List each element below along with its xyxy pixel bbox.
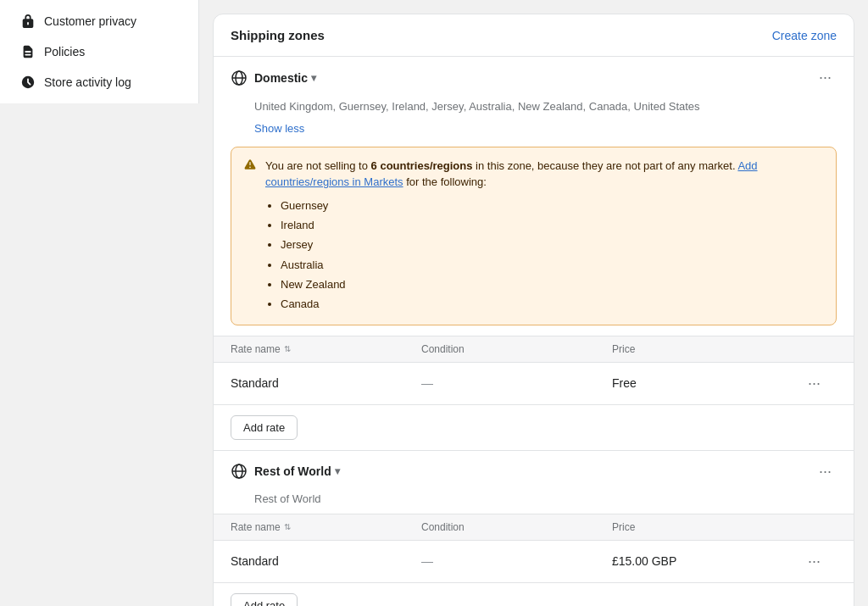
- sidebar-item-customer-privacy[interactable]: Customer privacy: [7, 7, 192, 36]
- price-header: Price: [612, 343, 803, 355]
- sort-icon: ⇅: [284, 522, 291, 531]
- rate-row-menu-button[interactable]: ···: [803, 373, 826, 394]
- condition-cell: —: [421, 554, 612, 568]
- zone-domestic-left: Domestic ▾: [231, 69, 316, 86]
- zone-domestic-name[interactable]: Domestic ▾: [254, 71, 316, 85]
- price-cell: £15.00 GBP: [612, 554, 803, 568]
- warning-countries-list: Guernsey Ireland Jersey Australia New Ze…: [265, 196, 824, 314]
- sidebar-item-label: Store activity log: [44, 75, 131, 89]
- warning-text: You are not selling to 6 countries/regio…: [265, 158, 824, 314]
- row-add-rate-area: Add rate: [214, 582, 854, 606]
- table-row: Standard — Free ···: [214, 363, 854, 404]
- create-zone-link[interactable]: Create zone: [772, 29, 837, 42]
- clock-icon: [20, 75, 36, 90]
- rate-table-header: Rate name ⇅ Condition Price: [214, 514, 854, 541]
- zone-rest-of-world: Rest of World ▾ ··· Rest of World Rate n…: [214, 450, 854, 606]
- shipping-zones-header: Shipping zones Create zone: [214, 14, 854, 56]
- sidebar: Customer privacy Policies Store activity…: [0, 0, 199, 606]
- price-cell: Free: [612, 376, 803, 390]
- shipping-zones-title: Shipping zones: [231, 28, 325, 42]
- row-rate-table: Rate name ⇅ Condition Price Standard — £…: [214, 514, 854, 582]
- rate-table-header: Rate name ⇅ Condition Price: [214, 336, 854, 363]
- add-countries-link[interactable]: Add countries/regions in Markets: [265, 159, 758, 189]
- globe-icon: [231, 463, 248, 480]
- zone-row-header: Rest of World ▾ ···: [214, 451, 854, 492]
- add-rate-button[interactable]: Add rate: [231, 593, 298, 606]
- rate-name-cell: Standard: [231, 554, 421, 568]
- zone-domestic-countries: United Kingdom, Guernsey, Ireland, Jerse…: [214, 98, 854, 122]
- row-menu-cell: ···: [803, 551, 837, 572]
- rate-row-menu-button[interactable]: ···: [803, 551, 826, 572]
- shipping-zones-card: Shipping zones Create zone Domestic ▾: [213, 14, 854, 606]
- main-content: Shipping zones Create zone Domestic ▾: [199, 0, 868, 606]
- actions-header: [803, 343, 837, 355]
- sidebar-item-label: Customer privacy: [44, 14, 136, 28]
- actions-header: [803, 521, 837, 533]
- sidebar-item-label: Policies: [44, 45, 85, 58]
- globe-icon: [231, 69, 248, 86]
- condition-header: Condition: [421, 343, 612, 355]
- domestic-add-rate-area: Add rate: [214, 404, 854, 450]
- zone-row-subtitle: Rest of World: [214, 492, 854, 514]
- document-icon: [20, 44, 36, 59]
- zone-domestic-menu-button[interactable]: ···: [814, 67, 837, 88]
- list-item: Jersey: [281, 235, 824, 254]
- zone-row-name[interactable]: Rest of World ▾: [254, 464, 340, 478]
- rate-name-header: Rate name ⇅: [231, 343, 421, 355]
- zone-row-menu-button[interactable]: ···: [814, 461, 837, 482]
- list-item: Guernsey: [281, 196, 824, 215]
- list-item: Ireland: [281, 215, 824, 235]
- lock-icon: [20, 14, 36, 29]
- sidebar-item-policies[interactable]: Policies: [7, 37, 192, 66]
- list-item: New Zealand: [281, 275, 824, 294]
- table-row: Standard — £15.00 GBP ···: [214, 541, 854, 582]
- condition-header: Condition: [421, 521, 612, 533]
- chevron-down-icon: ▾: [311, 72, 316, 84]
- chevron-down-icon: ▾: [335, 465, 340, 477]
- sort-icon: ⇅: [284, 344, 291, 353]
- warning-box: You are not selling to 6 countries/regio…: [231, 147, 837, 325]
- zone-row-left: Rest of World ▾: [231, 463, 340, 480]
- rate-name-header: Rate name ⇅: [231, 521, 421, 533]
- row-menu-cell: ···: [803, 373, 837, 394]
- rate-name-cell: Standard: [231, 376, 421, 390]
- warning-icon: [243, 158, 257, 314]
- list-item: Canada: [281, 294, 824, 314]
- list-item: Australia: [281, 255, 824, 275]
- condition-cell: —: [421, 376, 612, 390]
- zone-domestic: Domestic ▾ ··· United Kingdom, Guernsey,…: [214, 56, 854, 450]
- sidebar-item-store-activity-log[interactable]: Store activity log: [7, 68, 192, 97]
- show-less-link[interactable]: Show less: [214, 122, 854, 143]
- price-header: Price: [612, 521, 803, 533]
- add-rate-button[interactable]: Add rate: [231, 415, 298, 440]
- zone-domestic-header: Domestic ▾ ···: [214, 57, 854, 98]
- domestic-rate-table: Rate name ⇅ Condition Price Standard — F…: [214, 336, 854, 404]
